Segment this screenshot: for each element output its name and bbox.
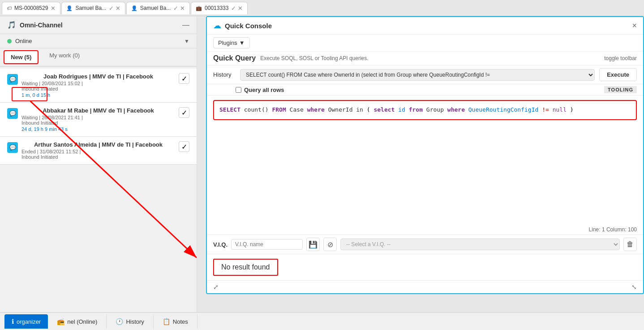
conv-content-3: Arthur Santos Almeida | MMV de TI | Face… [21,141,175,160]
main-layout: 🎵 Omni-Channel — Online ▼ New (5) My wor… [0,16,644,312]
facebook-icon-2: 💬 [7,108,18,119]
conv-meta-2: Waiting | 26/08/2021 21:41 | Inbound Ini… [21,115,175,126]
quick-query-title: Quick Query [213,54,256,62]
query-all-checkbox-label[interactable]: Query all rows [236,87,284,93]
expand-left-icon[interactable]: ⤢ [213,283,219,291]
conv-status-2: Waiting | [21,115,42,120]
bottom-bar: ℹ organizer 📻 nel (Online) 🕐 History 📋 N… [0,312,644,330]
conv-date-1: 20/08/2021 15:02 [42,81,80,86]
tab-ms00008529[interactable]: 🏷 MS-00008529 ✕ [2,2,60,14]
tab-close-icon[interactable]: ✕ [51,5,56,12]
sql-id-field: id [398,106,408,113]
sql-editor[interactable]: SELECT count() FROM Case where OwnerId i… [213,100,637,120]
tab-my-work[interactable]: My work (0) [42,48,87,67]
minimize-button[interactable]: — [182,21,189,29]
conv-check-2[interactable]: ✓ [179,107,189,118]
organizer-tab[interactable]: ℹ organizer [4,314,48,329]
notes-icon: 📋 [163,318,170,325]
history-icon: 🕐 [116,318,123,325]
history-select[interactable]: SELECT count() FROM Case where OwnerId i… [240,69,595,81]
conv-check-3[interactable]: ✓ [179,141,189,152]
expand-right-icon[interactable]: ⤡ [631,283,637,291]
plugins-button[interactable]: Plugins ▼ [213,37,250,48]
query-all-checkbox[interactable] [236,87,241,93]
editor-spacer [207,125,643,225]
organizer-icon: ℹ [12,318,14,325]
conversation-list: 💬 Joab Rodrigues | MMV de TI | Facebook … [0,67,197,312]
tab-samuel2[interactable]: 👤 Samuel Ba... ✓ ✕ [126,2,190,14]
tab-close-icon[interactable]: ✓ ✕ [173,5,185,12]
sql-select2-keyword: select [374,106,395,113]
tooling-badge: TOOLING [604,86,637,93]
expand-row: ⤢ ⤡ [207,280,643,293]
history-label: History [126,318,144,325]
viq-delete-button[interactable]: 🗑 [623,238,637,251]
sql-null-value: null [553,106,567,113]
conv-status-1: Waiting | [21,81,42,86]
sql-case-obj: Case [290,106,307,113]
conv-time-2: 24 d, 19 h 9 min 43 s [21,126,175,132]
tab-new-5[interactable]: New (5) [4,50,39,64]
conv-name-3: Arthur Santos Almeida | MMV de TI | Face… [21,141,175,148]
conv-check-1[interactable]: ✓ [179,73,189,84]
conv-type-1: Inbound Initiated [21,86,58,91]
tab-samuel1[interactable]: 👤 Samuel Ba... ✓ ✕ [61,2,125,14]
notes-label: Notes [173,318,188,325]
status-bar[interactable]: Online ▼ [0,34,197,48]
tab-00013333[interactable]: 💼 00013333 ✓ ✕ [191,2,248,14]
conversation-item-2[interactable]: 💬 Abbakar M Rabe | MMV de TI | Facebook … [0,103,197,137]
sql-config-field: QueueRoutingConfigId [468,106,539,113]
channel-icon: 📻 [57,318,64,325]
sql-select-keyword: SELECT [219,106,240,113]
conversation-item-1[interactable]: 💬 Joab Rodrigues | MMV de TI | Facebook … [0,69,197,103]
bottom-tab-notes[interactable]: 📋 Notes [154,314,197,329]
sql-paren-close: ) [570,106,574,113]
briefcase-icon: 💼 [196,5,202,11]
status-label: Online [15,38,180,44]
bottom-tab-channel[interactable]: 📻 nel (Online) [48,314,107,329]
plugins-bar: Plugins ▼ [207,35,643,52]
query-all-row: Query all rows TOOLING [207,84,643,96]
sql-ne-operator: != [542,106,549,113]
sql-where2-keyword: where [447,106,465,113]
status-dropdown-icon[interactable]: ▼ [184,38,189,44]
omni-channel-header: 🎵 Omni-Channel [7,21,63,29]
plugins-label: Plugins [218,39,237,46]
sidebar: 🎵 Omni-Channel — Online ▼ New (5) My wor… [0,16,197,312]
viq-save-button[interactable]: 💾 [306,238,320,251]
tab-label: MS-00008529 [14,5,48,11]
quick-console-header: ☁ Quick Console × [207,17,643,35]
execute-button[interactable]: Execute [599,68,637,81]
organizer-label: organizer [17,318,41,325]
conv-content-1: Joab Rodrigues | MMV de TI | Facebook Wa… [21,73,175,98]
toggle-toolbar-link[interactable]: toggle toolbar [604,55,637,61]
conversation-item-3[interactable]: 💬 Arthur Santos Almeida | MMV de TI | Fa… [0,137,197,165]
sql-group-obj: Group [426,106,447,113]
history-label: History [213,71,236,78]
tab-close-icon[interactable]: ✓ ✕ [109,5,120,12]
conv-date-2: 26/08/2021 21:41 [42,115,80,120]
work-tabs: New (5) My work (0) [0,48,197,67]
conv-status-3: Ended | [21,149,40,154]
viq-select[interactable]: -- Select a V.I.Q. -- [340,239,620,250]
user-icon: 👤 [66,5,73,11]
omni-channel-icon: 🎵 [7,21,16,29]
viq-cancel-button[interactable]: ⊘ [323,238,337,251]
viq-name-input[interactable] [231,239,303,250]
user-icon: 👤 [131,5,137,11]
quick-query-subtitle: Execute SOQL, SOSL or Tooling API querie… [260,55,368,61]
quick-console-close-button[interactable]: × [632,21,637,30]
conv-name-1: Joab Rodrigues | MMV de TI | Facebook [21,73,175,80]
facebook-icon-1: 💬 [7,74,18,85]
quick-console-title: Quick Console [225,22,272,30]
conv-name-2: Abbakar M Rabe | MMV de TI | Facebook [21,107,175,114]
bottom-tab-history[interactable]: 🕐 History [107,314,153,329]
salesforce-icon: ☁ [213,21,221,30]
viq-label: V.I.Q. [213,241,228,248]
channel-label: nel (Online) [67,318,97,325]
tab-close-icon[interactable]: ✓ ✕ [231,5,243,12]
plugins-dropdown-icon: ▼ [239,39,245,46]
no-result-message: No result found [213,259,278,276]
conv-meta-3: Ended | 31/08/2021 11:52 | Inbound Initi… [21,149,175,160]
history-row: History SELECT count() FROM Case where O… [207,65,643,84]
